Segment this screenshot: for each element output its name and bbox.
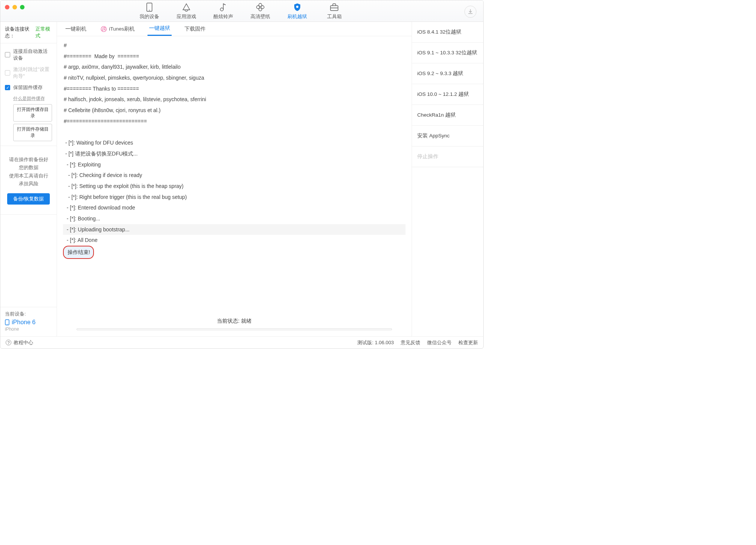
titlebar: 我的设备应用游戏酷炫铃声高清壁纸刷机越狱工具箱 (0, 0, 483, 22)
sub-tab-1[interactable]: iTunes刷机 (99, 22, 136, 36)
option-checkbox-0[interactable]: 连接后自动激活设备 (5, 48, 52, 62)
log-line: # Cellebrite (ih8sn0w, cjori, ronyrus et… (63, 105, 406, 116)
jailbreak-option-1[interactable]: iOS 9.1 ~ 10.3.3 32位越狱 (412, 43, 483, 63)
svg-point-5 (257, 6, 260, 9)
help-icon: ? (6, 340, 11, 345)
device-icon (146, 3, 153, 12)
connection-status: 设备连接状态： 正常模式 (0, 22, 57, 43)
svg-point-7 (296, 6, 298, 8)
flower-icon (256, 3, 265, 12)
log-line: - [*]: Waiting for DFU devices (63, 137, 406, 148)
close-icon[interactable] (5, 5, 9, 9)
svg-point-13 (104, 29, 105, 30)
shield-icon (293, 3, 301, 12)
main-tab-toolbox[interactable]: 工具箱 (323, 3, 346, 20)
log-line: - [*]: Booting... (63, 213, 406, 224)
log-output[interactable]: ##======== Made by =======# argp, axi0mx… (57, 36, 412, 313)
minimize-icon[interactable] (12, 5, 17, 9)
phone-icon (5, 319, 9, 325)
open-cache-dir-button[interactable]: 打开固件缓存目录 (13, 104, 52, 122)
window-controls (5, 5, 25, 9)
option-checkbox-2[interactable]: ✓保留固件缓存 (5, 84, 52, 91)
sub-tabs: 一键刷机iTunes刷机一键越狱下载固件 (57, 22, 412, 36)
log-line: # haifisch, jndok, jonseals, xerub, lils… (63, 94, 406, 105)
log-line (63, 127, 406, 138)
jailbreak-option-2[interactable]: iOS 9.2 ~ 9.3.3 越狱 (412, 63, 483, 84)
jailbreak-option-3[interactable]: iOS 10.0 ~ 12.1.2 越狱 (412, 84, 483, 105)
log-line: - [*]: All Done (63, 235, 406, 246)
svg-point-1 (149, 10, 150, 11)
svg-point-10 (7, 324, 8, 325)
svg-point-6 (261, 6, 264, 9)
cache-help-link[interactable]: 什么是固件缓存 (13, 95, 52, 102)
music-icon (219, 3, 227, 12)
jailbreak-option-4[interactable]: CheckRa1n 越狱 (412, 105, 483, 126)
log-line: #========================== (63, 116, 406, 127)
footer: ? 教程中心 测试版: 1.06.003 意见反馈 微信公众号 检查更新 (0, 336, 483, 348)
center-panel: 一键刷机iTunes刷机一键越狱下载固件 ##======== Made by … (57, 22, 412, 336)
app-window: 我的设备应用游戏酷炫铃声高清壁纸刷机越狱工具箱 设备连接状态： 正常模式 连接后… (0, 0, 484, 349)
status-label: 设备连接状态： (5, 26, 34, 39)
right-panel: iOS 8.4.1 32位越狱iOS 9.1 ~ 10.3.3 32位越狱iOS… (412, 22, 483, 336)
log-line: #======== Thanks to ======= (63, 83, 406, 94)
log-line: #======== Made by ======= (63, 51, 406, 62)
checkbox-icon (5, 52, 10, 57)
svg-point-12 (102, 29, 103, 30)
status-bar: 当前状态: 就绪 (57, 313, 412, 336)
status-label: 当前状态: (217, 318, 240, 324)
jailbreak-option-0[interactable]: iOS 8.4.1 32位越狱 (412, 22, 483, 43)
backup-section: 请在操作前备份好您的数据 使用本工具请自行承担风险 备份/恢复数据 (0, 146, 57, 215)
log-line: - [*]: Setting up the exploit (this is t… (63, 181, 406, 192)
sub-tab-3[interactable]: 下载固件 (183, 22, 207, 36)
svg-point-11 (101, 26, 106, 32)
feedback-link[interactable]: 意见反馈 (401, 339, 420, 346)
downloads-button[interactable] (464, 6, 476, 18)
option-checkbox-1: 激活时跳过"设置向导" (5, 66, 52, 80)
log-line: - [*]: Exploiting (63, 159, 406, 170)
main-tab-shield[interactable]: 刷机越狱 (286, 3, 309, 20)
options-section: 连接后自动激活设备激活时跳过"设置向导"✓保留固件缓存什么是固件缓存打开固件缓存… (0, 43, 57, 146)
status-value: 就绪 (241, 318, 252, 324)
body: 设备连接状态： 正常模式 连接后自动激活设备激活时跳过"设置向导"✓保留固件缓存… (0, 22, 483, 336)
itunes-icon (101, 26, 107, 32)
log-line: # argp, axi0mx, danyl931, jaywalker, kir… (63, 62, 406, 72)
log-line: - [*]: Checking if device is ready (63, 170, 406, 181)
status-value: 正常模式 (35, 26, 52, 39)
sidebar: 设备连接状态： 正常模式 连接后自动激活设备激活时跳过"设置向导"✓保留固件缓存… (0, 22, 57, 336)
jailbreak-option-5[interactable]: 安装 AppSync (412, 126, 483, 146)
check-update-link[interactable]: 检查更新 (458, 339, 478, 346)
main-tab-music[interactable]: 酷炫铃声 (212, 3, 235, 20)
checkbox-icon: ✓ (5, 85, 10, 90)
backup-note: 请在操作前备份好您的数据 使用本工具请自行承担风险 (5, 151, 52, 191)
main-tabs: 我的设备应用游戏酷炫铃声高清壁纸刷机越狱工具箱 (138, 0, 346, 22)
current-device: 当前设备: iPhone 6 iPhone (0, 307, 57, 336)
device-name[interactable]: iPhone 6 (5, 319, 52, 326)
wechat-link[interactable]: 微信公众号 (427, 339, 452, 346)
device-type: iPhone (5, 326, 52, 332)
jailbreak-option-6: 停止操作 (412, 146, 483, 167)
main-tab-flower[interactable]: 高清壁纸 (249, 3, 272, 20)
tutorial-link[interactable]: ? 教程中心 (6, 339, 33, 346)
backup-restore-button[interactable]: 备份/恢复数据 (7, 193, 50, 205)
svg-point-2 (220, 8, 223, 11)
progress-bar (77, 328, 392, 330)
log-line: - [*]: Right before trigger (this is the… (63, 192, 406, 203)
checkbox-icon (5, 70, 10, 75)
version-label: 测试版: 1.06.003 (357, 339, 394, 346)
log-line: - [*]: Uploading bootstrap... (63, 224, 406, 235)
log-line: # nitoTV, nullpixel, pimskeks, qwertyoru… (63, 72, 406, 83)
zoom-icon[interactable] (20, 5, 25, 9)
sub-tab-2[interactable]: 一键越狱 (148, 22, 172, 36)
device-label: 当前设备: (5, 311, 52, 317)
log-line: - [*]: Entered download mode (63, 202, 406, 213)
toolbox-icon (330, 3, 339, 12)
log-line: 操作结束! (63, 246, 94, 259)
main-tab-apps[interactable]: 应用游戏 (175, 3, 198, 20)
sub-tab-0[interactable]: 一键刷机 (64, 22, 88, 36)
open-store-dir-button[interactable]: 打开固件存储目录 (13, 124, 52, 141)
main-tab-device[interactable]: 我的设备 (138, 3, 161, 20)
log-line: # (63, 40, 406, 51)
apps-icon (182, 3, 191, 12)
log-line: - [*] 请把设备切换至DFU模式... (63, 148, 406, 159)
